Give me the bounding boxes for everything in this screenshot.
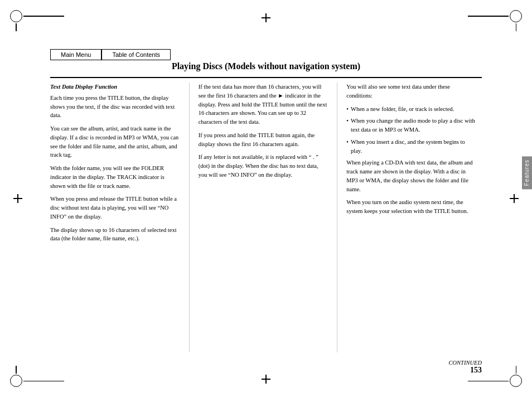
page-title-area: Playing Discs (Models without navigation… xyxy=(0,61,532,71)
edge-line-bottom-left xyxy=(31,381,64,382)
content-area: Text Data Display Function Each time you… xyxy=(50,83,482,352)
table-of-contents-tab[interactable]: Table of Contents xyxy=(101,49,171,60)
corner-mark-bottom-left xyxy=(10,371,26,387)
bottom-right-content: CONTINUED 153 xyxy=(448,360,482,375)
corner-mark-bottom-right xyxy=(506,371,522,387)
bullet-item-1: • When a new folder, file, or track is s… xyxy=(346,105,476,114)
title-rule xyxy=(50,77,482,78)
bullet-text-2: When you change the audio mode to play a… xyxy=(351,117,476,134)
col1-para-2: You can see the album, artist, and track… xyxy=(50,124,180,159)
corner-mark-top-left xyxy=(10,10,26,26)
col3-para-1: When playing a CD-DA with text data, the… xyxy=(346,158,476,193)
bullet-text-3: When you insert a disc, and the system b… xyxy=(351,138,476,156)
crosshair-left xyxy=(13,194,22,203)
edge-line-bottom-right xyxy=(468,381,501,382)
crosshair-right xyxy=(510,194,519,203)
crosshair-top xyxy=(262,13,270,22)
col3-intro: You will also see some text data under t… xyxy=(346,83,476,100)
col3-para-2: When you turn on the audio system next t… xyxy=(346,198,476,216)
page: Main Menu Table of Contents Playing Disc… xyxy=(0,0,532,397)
main-menu-tab[interactable]: Main Menu xyxy=(50,49,101,60)
sidebar-tab: Features xyxy=(522,156,532,189)
col2-para-3: If any letter is not available, it is re… xyxy=(199,153,328,179)
edge-line-top-right xyxy=(468,16,501,17)
bottom-area: CONTINUED 153 xyxy=(50,360,482,375)
column-1: Text Data Display Function Each time you… xyxy=(50,83,190,352)
edge-line-top-left xyxy=(31,16,64,17)
continued-label: CONTINUED xyxy=(448,360,482,366)
bullet-dot-1: • xyxy=(346,105,349,114)
columns: Text Data Display Function Each time you… xyxy=(50,83,482,352)
bullet-dot-2: • xyxy=(346,117,349,134)
col2-para-2: If you press and hold the TITLE button a… xyxy=(199,131,328,149)
bullet-text-1: When a new folder, file, or track is sel… xyxy=(351,105,454,114)
corner-mark-top-right xyxy=(506,10,522,26)
section-title: Text Data Display Function xyxy=(50,83,180,91)
nav-tabs: Main Menu Table of Contents xyxy=(50,49,171,60)
bullet-item-3: • When you insert a disc, and the system… xyxy=(346,138,476,156)
col1-para-1: Each time you press the TITLE button, th… xyxy=(50,94,180,120)
column-3: You will also see some text data under t… xyxy=(337,83,482,352)
bullet-dot-3: • xyxy=(346,138,349,156)
bullet-item-2: • When you change the audio mode to play… xyxy=(346,117,476,134)
col1-para-4: When you press and release the TITLE but… xyxy=(50,195,180,221)
col2-para-1: If the text data has more than 16 charac… xyxy=(199,83,328,127)
col1-para-5: The display shows up to 16 characters of… xyxy=(50,226,180,244)
column-2: If the text data has more than 16 charac… xyxy=(190,83,338,352)
page-title: Playing Discs (Models without navigation… xyxy=(0,61,532,71)
col1-para-3: With the folder name, you will see the F… xyxy=(50,164,180,190)
page-number: 153 xyxy=(470,366,482,375)
crosshair-bottom xyxy=(262,375,270,384)
